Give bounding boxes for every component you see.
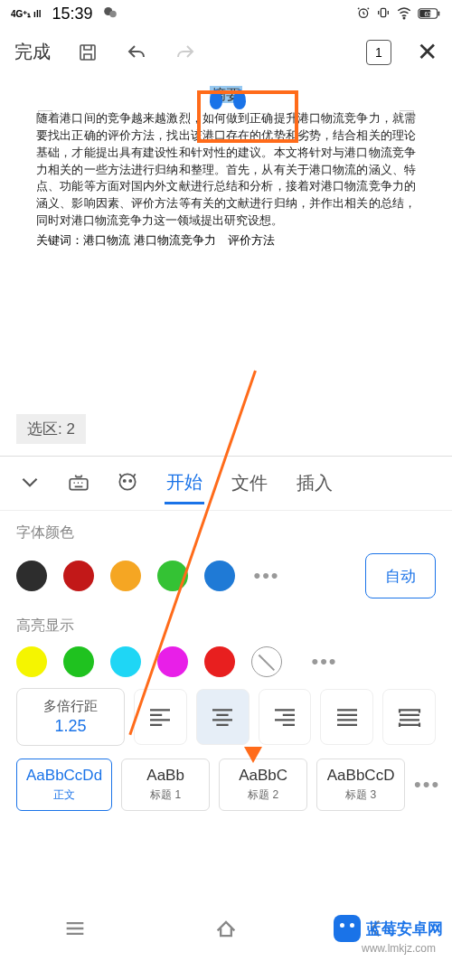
more-styles-icon[interactable]: ••• [414, 773, 440, 796]
color-swatch[interactable] [63, 561, 94, 591]
close-icon[interactable]: ✕ [417, 37, 438, 67]
home-icon[interactable] [213, 916, 239, 945]
tab-start[interactable]: 开始 [165, 463, 204, 504]
highlight-section: 高亮显示 ••• [0, 604, 452, 683]
line-spacing-label: 多倍行距 [30, 698, 111, 715]
signal-indicator: 4G⁺₁ ıll [11, 9, 41, 19]
battery-indicator: 63 [418, 7, 441, 20]
watermark-url: www.lmkjz.com [362, 942, 436, 955]
highlight-swatch[interactable] [16, 646, 47, 677]
color-swatch[interactable] [110, 561, 141, 591]
svg-text:63: 63 [424, 11, 431, 17]
svg-rect-3 [381, 8, 385, 16]
wifi-icon [396, 5, 412, 24]
annotation-arrow-head [244, 747, 262, 763]
svg-rect-9 [80, 45, 95, 60]
watermark: 蓝莓安卓网 [334, 915, 443, 942]
style-row: AaBbCcDd 正文 AaBb 标题 1 AaBbC 标题 2 AaBbCcD… [0, 751, 452, 818]
undo-icon[interactable] [125, 41, 148, 64]
assistant-icon[interactable] [116, 470, 139, 497]
line-spacing-button[interactable]: 多倍行距 1.25 [16, 688, 125, 746]
auto-color-button[interactable]: 自动 [365, 553, 436, 598]
highlight-title: 高亮显示 [16, 617, 436, 636]
watermark-text: 蓝莓安卓网 [366, 919, 443, 939]
svg-rect-10 [70, 478, 88, 489]
panel-tabs: 开始 文件 插入 [0, 457, 452, 511]
vibrate-icon [376, 5, 391, 23]
align-distribute-button[interactable] [382, 689, 436, 745]
style-heading2[interactable]: AaBbC 标题 2 [219, 759, 307, 811]
svg-point-13 [129, 479, 131, 481]
done-button[interactable]: 完成 [14, 40, 51, 64]
more-colors-icon[interactable]: ••• [251, 564, 282, 588]
tab-insert[interactable]: 插入 [295, 464, 334, 503]
wechat-icon [102, 5, 118, 24]
align-center-button[interactable] [196, 689, 250, 745]
save-icon[interactable] [76, 41, 99, 64]
status-time: 15:39 [52, 5, 92, 24]
font-color-section: 字体颜色 ••• 自动 [0, 511, 452, 604]
color-swatch[interactable] [16, 561, 47, 591]
align-right-button[interactable] [259, 689, 312, 745]
editor-toolbar: 完成 1 ✕ [0, 27, 452, 77]
watermark-logo [334, 915, 361, 942]
collapse-icon[interactable] [18, 470, 42, 497]
doc-keywords[interactable]: 关键词：港口物流 港口物流竞争力 评价方法 [36, 232, 416, 249]
highlight-swatch[interactable] [157, 646, 188, 677]
line-spacing-value: 1.25 [30, 717, 111, 736]
format-panel: 开始 文件 插入 字体颜色 ••• 自动 高亮显示 ••• 多倍行距 [0, 456, 452, 818]
more-highlight-icon[interactable]: ••• [309, 650, 340, 674]
redo-icon [174, 41, 197, 64]
status-bar: 4G⁺₁ ıll 15:39 63 [0, 0, 452, 27]
svg-rect-7 [438, 11, 440, 15]
page-indicator[interactable]: 1 [366, 40, 391, 65]
style-normal[interactable]: AaBbCcDd 正文 [16, 759, 112, 811]
alignment-row: 多倍行距 1.25 [0, 683, 452, 751]
align-justify-button[interactable] [320, 689, 373, 745]
svg-point-12 [124, 479, 126, 481]
highlight-swatch[interactable] [204, 646, 235, 677]
style-heading3[interactable]: AaBbCcD 标题 3 [316, 759, 405, 811]
highlight-swatch[interactable] [63, 646, 94, 677]
svg-point-4 [403, 17, 405, 19]
style-heading1[interactable]: AaBb 标题 1 [121, 759, 210, 811]
no-highlight-icon[interactable] [251, 646, 282, 677]
font-color-title: 字体颜色 [16, 523, 436, 542]
svg-point-1 [109, 10, 117, 17]
highlight-swatch[interactable] [110, 646, 141, 677]
tab-file[interactable]: 文件 [230, 464, 269, 503]
menu-icon[interactable] [62, 916, 88, 945]
selection-count-chip: 选区: 2 [16, 414, 86, 444]
keyboard-icon[interactable] [67, 470, 90, 497]
annotation-box [197, 90, 298, 143]
color-swatch[interactable] [204, 561, 235, 591]
alarm-icon [356, 5, 371, 23]
